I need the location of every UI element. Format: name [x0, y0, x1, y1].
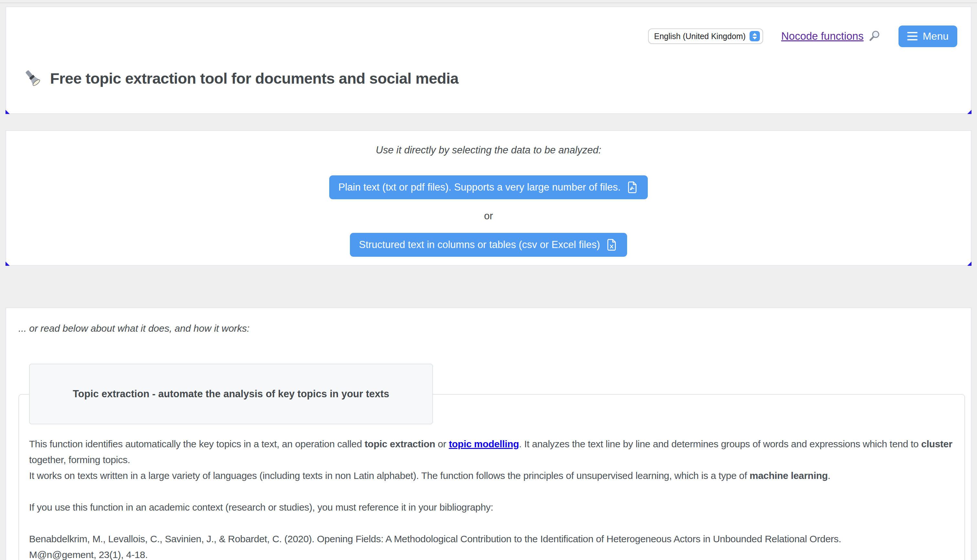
menu-button-label: Menu [923, 30, 949, 42]
panel-corner-mark [5, 110, 10, 114]
article-text-segment: Benabdelkrim, M., Levallois, C., Savinie… [29, 533, 841, 544]
select-stepper-icon [750, 31, 760, 41]
upload-panel: Use it directly by selecting the data to… [5, 130, 972, 266]
page-title: Free topic extraction tool for documents… [50, 70, 458, 87]
article-paragraph: Benabdelkrim, M., Levallois, C., Savinie… [29, 531, 956, 547]
magnifier-icon [868, 30, 880, 42]
flashlight-icon [22, 68, 43, 88]
top-nav: English (United Kingdom) Nocode function… [648, 24, 957, 48]
article-paragraph: This function identifies automatically t… [29, 436, 956, 468]
nocode-functions-link[interactable]: Nocode functions [781, 30, 880, 42]
topic-extraction-card-header: Topic extraction - automate the analysis… [29, 363, 433, 424]
panel-corner-mark [5, 262, 10, 266]
upload-intro-text: Use it directly by selecting the data to… [376, 144, 601, 156]
article-paragraph: If you use this function in an academic … [29, 499, 956, 515]
article-text-segment: cluster [921, 438, 952, 449]
article-text-segment: If you use this function in an academic … [29, 502, 494, 513]
article-text-segment: machine learning [750, 470, 828, 481]
plain-text-upload-button[interactable]: Plain text (txt or pdf files). Supports … [329, 175, 648, 199]
article-paragraph: M@n@gement, 23(1), 4-18. [29, 547, 956, 560]
pdf-file-icon [626, 181, 639, 194]
article-text-segment: topic extraction [364, 438, 435, 449]
topic-extraction-card-title: Topic extraction - automate the analysis… [73, 388, 389, 400]
page-top-divider [0, 3, 977, 3]
article-panel: ... or read below about what it does, an… [5, 307, 972, 560]
or-separator-text: or [484, 210, 493, 222]
topic-modelling-link[interactable]: topic modelling [449, 438, 519, 449]
excel-file-icon [605, 238, 618, 251]
article-paragraph: It works on texts written in a large var… [29, 468, 956, 483]
title-row: Free topic extraction tool for documents… [22, 68, 458, 88]
article-text-segment: together, forming topics. [29, 454, 130, 465]
structured-text-upload-button[interactable]: Structured text in columns or tables (cs… [350, 233, 627, 257]
article-paragraph [29, 483, 956, 499]
article-text-segment: M@n@gement, 23(1), 4-18. [29, 549, 148, 560]
hamburger-icon [907, 32, 917, 40]
article-text-segment: . [828, 470, 830, 481]
structured-text-upload-label: Structured text in columns or tables (cs… [359, 239, 600, 251]
panel-corner-mark [967, 262, 972, 266]
nocode-functions-label: Nocode functions [781, 30, 864, 42]
panel-corner-mark [967, 110, 972, 114]
language-select-value: English (United Kingdom) [654, 32, 745, 41]
article-text-segment: This function identifies automatically t… [29, 438, 364, 449]
article-text-segment: It works on texts written in a large var… [29, 470, 750, 481]
plain-text-upload-label: Plain text (txt or pdf files). Supports … [338, 182, 621, 193]
article-text-segment: . It analyzes the text line by line and … [519, 438, 921, 449]
language-select[interactable]: English (United Kingdom) [648, 28, 763, 44]
article-text-segment: or [435, 438, 449, 449]
header-panel: English (United Kingdom) Nocode function… [5, 7, 972, 114]
article-paragraph [29, 515, 956, 531]
topic-extraction-card-body: This function identifies automatically t… [29, 436, 956, 560]
read-below-text: ... or read below about what it does, an… [18, 323, 249, 334]
menu-button[interactable]: Menu [899, 25, 957, 47]
